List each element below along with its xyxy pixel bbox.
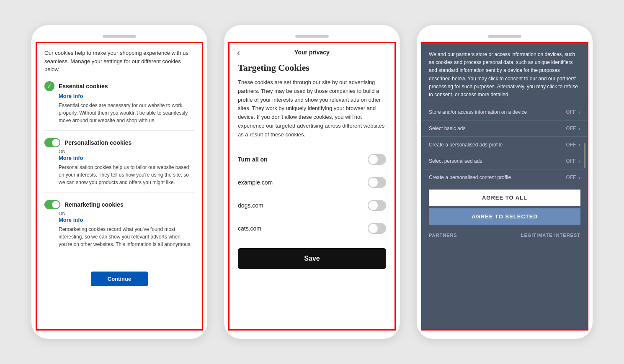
- phone1-intro: Our cookies help to make your shopping e…: [44, 49, 194, 74]
- essential-header: ✓ Essential cookies: [44, 81, 194, 91]
- remarketing-title: Remarketing cookies: [64, 201, 124, 208]
- consent-row-personalised-ads[interactable]: Select personalised ads OFF ›: [422, 153, 587, 169]
- consent-personalised-profile-arrow: ›: [578, 141, 580, 148]
- phone3-body: We and our partners store or access info…: [422, 43, 587, 329]
- consent-basic-ads-value: OFF: [566, 126, 576, 131]
- phone-1: Our cookies help to make your shopping e…: [31, 25, 207, 339]
- personalisation-desc: Personalisation cookies help us to tailo…: [59, 164, 194, 186]
- phone-notch-2: [295, 35, 329, 38]
- remarketing-more-info[interactable]: More info: [59, 217, 194, 223]
- essential-check-icon: ✓: [44, 81, 54, 91]
- phone2-body: Targeting Cookies These cookies are set …: [229, 58, 395, 329]
- personalisation-toggle[interactable]: [44, 138, 60, 147]
- phone1-continue-button[interactable]: Continue: [91, 272, 148, 286]
- consent-personalised-profile-label: Create a personalised ads profile: [429, 142, 566, 148]
- phone3-desc: We and our partners store or access info…: [422, 43, 587, 104]
- consent-row-content-profile[interactable]: Create a personalised content profile OF…: [422, 169, 587, 185]
- turn-all-toggle[interactable]: [368, 154, 386, 165]
- personalisation-header: Personalisation cookies: [44, 138, 194, 147]
- phone3-red-border: We and our partners store or access info…: [421, 42, 588, 331]
- legitimate-interest-label: LEGITIMATE INTEREST: [521, 233, 580, 238]
- partners-label: PARTNERS: [429, 233, 457, 238]
- phone2-red-border: ‹ Your privacy Targeting Cookies These c…: [228, 42, 396, 331]
- consent-basic-ads-arrow: ›: [578, 125, 580, 132]
- personalisation-on-label: ON: [59, 149, 194, 154]
- phone2-header-title: Your privacy: [294, 49, 330, 56]
- remarketing-toggle[interactable]: [44, 200, 60, 209]
- consent-store-arrow: ›: [578, 109, 580, 115]
- consent-content-profile-arrow: ›: [578, 174, 580, 181]
- phone1-bottom: Continue: [37, 267, 202, 290]
- cats-com-label: cats.com: [238, 225, 261, 232]
- essential-title: Essential cookies: [59, 83, 108, 90]
- personalisation-title: Personalisation cookies: [64, 139, 132, 146]
- remarketing-cookies-section: Remarketing cookies ON More info Remarke…: [44, 200, 194, 254]
- remarketing-desc: Remarketing cookies record what you've f…: [59, 226, 194, 248]
- remarketing-header: Remarketing cookies: [44, 200, 194, 209]
- consent-personalised-ads-value: OFF: [566, 158, 576, 164]
- essential-desc: Essential cookies are necessary for our …: [59, 102, 194, 124]
- phone-2: ‹ Your privacy Targeting Cookies These c…: [224, 25, 400, 339]
- cats-com-toggle[interactable]: [368, 223, 386, 234]
- turn-all-on-label: Turn all on: [238, 156, 268, 163]
- save-button[interactable]: Save: [238, 248, 386, 269]
- consent-row-personalised-profile[interactable]: Create a personalised ads profile OFF ›: [422, 136, 587, 153]
- phone-notch-1: [103, 35, 136, 38]
- phone2-header: ‹ Your privacy: [229, 43, 395, 58]
- back-arrow-icon[interactable]: ‹: [237, 48, 240, 57]
- personalisation-cookies-section: Personalisation cookies ON More info Per…: [44, 138, 194, 192]
- phone1-content: Our cookies help to make your shopping e…: [31, 42, 207, 331]
- example-com-row: example.com: [238, 171, 386, 194]
- consent-personalised-profile-value: OFF: [566, 142, 576, 148]
- consent-row-store[interactable]: Store and/or access information on a dev…: [422, 104, 587, 120]
- consent-personalised-ads-label: Select personalised ads: [429, 158, 566, 164]
- consent-store-label: Store and/or access information on a dev…: [429, 109, 566, 115]
- consent-content-profile-value: OFF: [566, 174, 576, 180]
- phone-3: We and our partners store or access info…: [417, 25, 593, 339]
- phone1-body: Our cookies help to make your shopping e…: [37, 43, 202, 267]
- consent-store-value: OFF: [566, 109, 576, 115]
- essential-cookies-section: ✓ Essential cookies More info Essential …: [44, 81, 194, 131]
- turn-all-on-row: Turn all on: [238, 148, 386, 171]
- agree-all-button[interactable]: AGREE TO ALL: [429, 190, 580, 206]
- personalisation-more-info[interactable]: More info: [59, 155, 194, 161]
- example-com-toggle[interactable]: [368, 177, 386, 188]
- targeting-title: Targeting Cookies: [238, 62, 386, 73]
- consent-personalised-ads-arrow: ›: [578, 158, 580, 164]
- example-com-label: example.com: [238, 179, 273, 186]
- phone2-content: ‹ Your privacy Targeting Cookies These c…: [224, 42, 400, 331]
- dogs-com-row: dogs.com: [238, 194, 386, 217]
- dogs-com-label: dogs.com: [238, 202, 263, 209]
- consent-content-profile-label: Create a personalised content profile: [429, 174, 566, 180]
- phone3-content: We and our partners store or access info…: [417, 42, 593, 331]
- phone3-footer: PARTNERS LEGITIMATE INTEREST: [422, 229, 587, 241]
- phone-notch-3: [488, 35, 521, 38]
- essential-more-info[interactable]: More info: [59, 93, 194, 99]
- phone1-red-border: Our cookies help to make your shopping e…: [36, 42, 203, 331]
- targeting-desc: These cookies are set through our site b…: [238, 78, 386, 139]
- consent-basic-ads-label: Select basic ads: [429, 126, 566, 131]
- agree-selected-button[interactable]: AGREE TO SELECTED: [429, 208, 580, 225]
- consent-row-basic-ads[interactable]: Select basic ads OFF ›: [422, 120, 587, 136]
- scrollbar-indicator: [584, 143, 585, 168]
- remarketing-on-label: ON: [59, 211, 194, 216]
- cats-com-row: cats.com: [238, 217, 386, 240]
- dogs-com-toggle[interactable]: [368, 200, 386, 211]
